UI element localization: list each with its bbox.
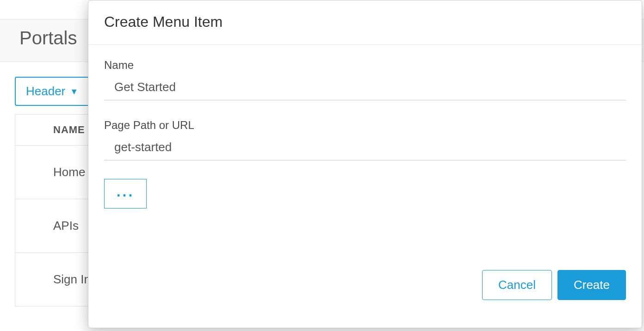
header-dropdown-label: Header: [26, 84, 65, 98]
more-options-button[interactable]: ...: [104, 179, 147, 208]
modal-footer: Cancel Create: [88, 270, 642, 328]
name-label: Name: [104, 59, 626, 72]
create-button[interactable]: Create: [557, 270, 626, 300]
path-form-group: Page Path or URL: [104, 119, 626, 160]
modal-overlay: Create Menu Item Name Page Path or URL .…: [88, 0, 643, 331]
path-input[interactable]: [104, 136, 626, 160]
modal-title: Create Menu Item: [104, 13, 626, 31]
name-form-group: Name: [104, 59, 626, 100]
create-menu-item-modal: Create Menu Item Name Page Path or URL .…: [88, 0, 642, 328]
modal-header: Create Menu Item: [88, 0, 642, 45]
header-dropdown[interactable]: Header ▼: [15, 77, 89, 106]
path-label: Page Path or URL: [104, 119, 626, 132]
modal-body: Name Page Path or URL ...: [88, 45, 642, 270]
caret-down-icon: ▼: [70, 87, 78, 96]
name-input[interactable]: [104, 76, 626, 100]
cancel-button[interactable]: Cancel: [482, 270, 552, 300]
